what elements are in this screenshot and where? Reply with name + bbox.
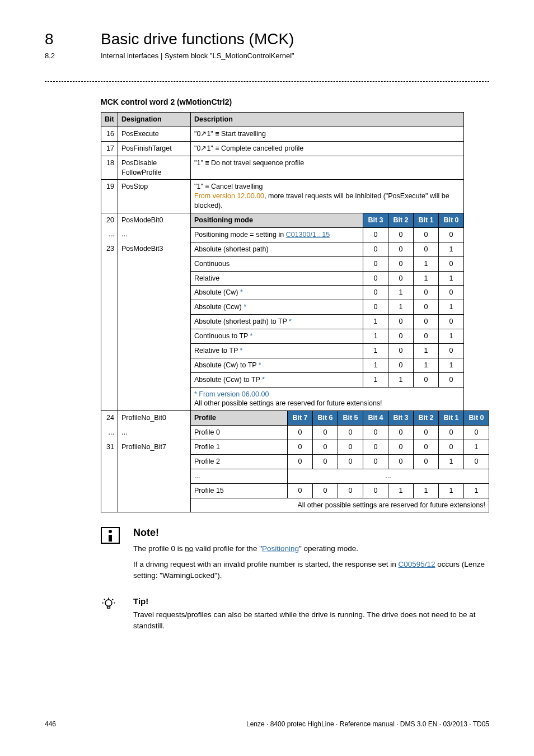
text: Absolute (shortest path) to TP — [194, 318, 287, 325]
note-title: Note! — [133, 527, 489, 539]
link[interactable]: Positioning — [262, 544, 299, 553]
section-title: Internal interfaces | System block "LS_M… — [101, 52, 294, 60]
cell — [101, 387, 118, 411]
cell: Profile 2 — [191, 454, 288, 469]
cell: 0 — [288, 440, 313, 455]
th-designation: Designation — [118, 113, 191, 127]
cell: 23 — [101, 242, 118, 256]
link[interactable]: C01300/1...15 — [286, 231, 330, 239]
cell: 0 — [388, 440, 414, 455]
cell: PosDisable FollowProfile — [118, 156, 191, 180]
cell: "1" ≡ Cancel travelling From version 12.… — [191, 180, 464, 213]
cell: Absolute (Ccw) * — [191, 300, 363, 315]
cell: Absolute (Ccw) to TP * — [191, 372, 363, 387]
cell: 1 — [414, 271, 439, 286]
cell: 1 — [439, 329, 464, 344]
cell: 1 — [363, 315, 388, 329]
cell: 0 — [363, 483, 388, 498]
cell: Bit 0 — [439, 213, 464, 228]
star-icon: * — [238, 288, 243, 296]
link[interactable]: C00595/12 — [399, 560, 435, 568]
star-icon: * — [287, 318, 292, 325]
cell: 0 — [388, 454, 414, 469]
cell: 1 — [464, 483, 489, 498]
cell: 0 — [439, 426, 464, 440]
cell: PosFinishTarget — [118, 141, 191, 156]
profile-table: ... ... Profile 0 00000000 31 ProfileNo_… — [101, 425, 489, 512]
version-footnote: * From version 06.00.00 — [194, 390, 269, 398]
text: Absolute (Cw) — [194, 288, 238, 296]
cell: Bit 3 — [363, 213, 388, 228]
cell: 0 — [338, 454, 363, 469]
cell: 0 — [363, 426, 388, 440]
cell: 0 — [414, 315, 439, 329]
table-row: 18 PosDisable FollowProfile "1" ≡ Do not… — [101, 156, 489, 180]
table-row: ... ... — [101, 469, 489, 483]
divider — [45, 81, 489, 82]
cell: Relative to TP * — [191, 343, 363, 358]
cell — [101, 343, 118, 358]
cell: 1 — [414, 256, 439, 271]
cell — [118, 286, 191, 300]
table-row: 16 PosExecute "0↗1" ≡ Start travelling — [101, 127, 489, 141]
cell — [118, 343, 191, 358]
cell: * From version 06.00.00All other possibl… — [191, 387, 464, 411]
cell: 0 — [363, 227, 388, 242]
cell — [101, 329, 118, 344]
cell: ... — [101, 227, 118, 242]
cell: 1 — [464, 440, 489, 455]
cell: Bit 0 — [464, 411, 489, 426]
cell: 0 — [363, 454, 388, 469]
info-icon — [101, 527, 120, 544]
table-row: 17 PosFinishTarget "0↗1" ≡ Complete canc… — [101, 141, 489, 156]
cell: ... — [118, 426, 191, 440]
cell: 0 — [414, 286, 439, 300]
cell: ... — [101, 426, 118, 440]
cell: 0 — [464, 426, 489, 440]
table-row: ... ... Positioning mode = setting in C0… — [101, 227, 489, 242]
text: " operating mode. — [299, 544, 358, 553]
text: Absolute (Cw) to TP — [194, 361, 256, 369]
table-row: Absolute (Cw) *0100 — [101, 286, 489, 300]
table-row: 19 PosStop "1" ≡ Cancel travelling From … — [101, 180, 489, 213]
cell: 0 — [388, 343, 414, 358]
star-icon: * — [248, 332, 252, 340]
table-row: Profile 15 00001111 — [101, 483, 489, 498]
cell: 1 — [414, 483, 439, 498]
cell — [118, 498, 191, 512]
table-row: Profile 2 00000010 — [101, 454, 489, 469]
cell — [101, 469, 118, 483]
cell — [118, 271, 191, 286]
table-row: All other possible settings are reserved… — [101, 498, 489, 512]
cell: 1 — [388, 483, 414, 498]
cell: 0 — [439, 343, 464, 358]
cell: 0 — [388, 256, 414, 271]
cell — [101, 454, 118, 469]
cell: Bit 7 — [288, 411, 313, 426]
cell: "0↗1" ≡ Start travelling — [191, 127, 464, 141]
cell: 1 — [414, 343, 439, 358]
cell: 0 — [288, 426, 313, 440]
cell: 24 — [101, 411, 118, 426]
cell: Bit 4 — [363, 411, 388, 426]
text: valid profile for the " — [193, 544, 262, 553]
table-row: Relative0011 — [101, 271, 489, 286]
note-paragraph: If a driving request with an invalid pro… — [133, 559, 489, 581]
star-icon: * — [238, 347, 242, 354]
table-row: Absolute (shortest path) to TP *1000 — [101, 315, 489, 329]
text: The profile 0 is — [133, 544, 185, 553]
cell: 0 — [414, 300, 439, 315]
cell: PosExecute — [118, 127, 191, 141]
cell — [118, 454, 191, 469]
th-description: Description — [191, 113, 464, 127]
page-number: 446 — [45, 720, 56, 728]
cell: Bit 3 — [388, 411, 414, 426]
cell — [118, 329, 191, 344]
table-row: Absolute (Ccw) to TP *1100 — [101, 372, 489, 387]
text: Continuous to TP — [194, 332, 248, 340]
cell: 0 — [288, 483, 313, 498]
tip-title: Tip! — [133, 596, 489, 606]
cell: 1 — [363, 343, 388, 358]
cell: ... — [191, 469, 288, 483]
cell: 0 — [414, 426, 439, 440]
